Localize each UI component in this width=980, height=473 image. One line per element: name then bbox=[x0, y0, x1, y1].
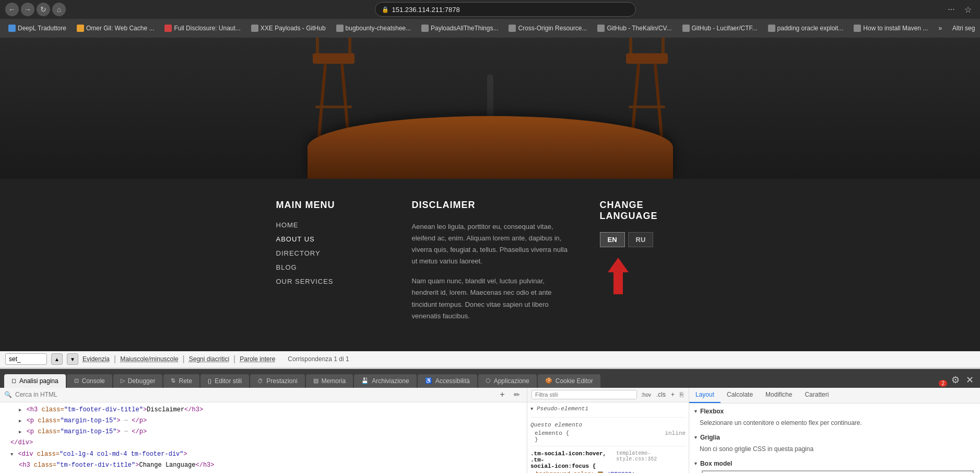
bookmark-payloads[interactable]: PayloadsAllTheThings... bbox=[417, 24, 502, 33]
forward-button[interactable]: → bbox=[21, 3, 34, 16]
lang-btn-ru[interactable]: RU bbox=[628, 232, 654, 247]
footer-menu-home[interactable]: HOME bbox=[276, 221, 381, 229]
devtools-tab-console[interactable]: ⊡ Console bbox=[67, 374, 112, 388]
bookmark-label: Cross-Origin Resource... bbox=[518, 25, 587, 32]
maven-icon bbox=[854, 25, 861, 32]
footer-menu-blog[interactable]: BLOG bbox=[276, 263, 381, 271]
omer-icon bbox=[77, 25, 84, 32]
bookmark-kalin[interactable]: GitHub - TheKalin/CV... bbox=[593, 24, 676, 33]
layout-tab-modifiche[interactable]: Modifiche bbox=[759, 388, 798, 403]
devtools-tab-rete[interactable]: ⇅ Rete bbox=[163, 374, 199, 388]
bookmark-label: Altri seg bbox=[952, 25, 975, 32]
devtools-tab-editorstili[interactable]: {} Editor stili bbox=[200, 374, 249, 388]
devtools-panel: ◻ Analisi pagina ⊡ Console ▷ Debugger ⇅ … bbox=[0, 368, 980, 473]
bookmark-omer[interactable]: Omer Gil: Web Cache ... bbox=[73, 24, 158, 33]
html-line[interactable]: ▼ <div class="tm-social-icons-container"… bbox=[0, 471, 527, 473]
html-search-input[interactable] bbox=[15, 391, 493, 398]
lucifaer-icon bbox=[682, 25, 690, 32]
bookmark-more[interactable]: » bbox=[934, 24, 946, 33]
prestazioni-icon: ⏱ bbox=[257, 378, 263, 384]
devtools-tab-debugger[interactable]: ▷ Debugger bbox=[113, 374, 163, 388]
add-rule-btn[interactable]: + bbox=[670, 390, 676, 399]
find-up-btn[interactable]: ▲ bbox=[51, 353, 63, 365]
tab-editorstili-label: Editor stili bbox=[215, 377, 242, 385]
devtools-tab-memoria[interactable]: ▤ Memoria bbox=[306, 374, 353, 388]
red-arrow-container bbox=[605, 258, 631, 294]
bar-counter bbox=[308, 116, 673, 179]
html-line[interactable]: ▶ <h3 class="tm-footer-div-title">Discla… bbox=[0, 405, 527, 416]
styles-filter-input[interactable] bbox=[532, 390, 637, 399]
styles-content: ▼ Pseudo-elementi Questo elemento elemen… bbox=[527, 402, 689, 473]
find-evidenzia[interactable]: Evidenzia bbox=[82, 355, 110, 363]
layout-tab-layout[interactable]: Layout bbox=[689, 388, 721, 403]
reload-button[interactable]: ↻ bbox=[37, 3, 50, 16]
footer-language-col: Change Language EN RU bbox=[600, 200, 704, 330]
bookmark-label: » bbox=[938, 25, 942, 32]
menu-button[interactable]: ··· bbox=[944, 3, 958, 16]
copy-styles-btn[interactable]: ⎘ bbox=[679, 390, 684, 399]
bookmark-maven[interactable]: How to install Maven ... bbox=[849, 24, 932, 33]
bookmark-altri[interactable]: Altri seg bbox=[948, 24, 979, 33]
devtools-tabs: ◻ Analisi pagina ⊡ Console ▷ Debugger ⇅ … bbox=[0, 369, 980, 388]
layout-tab-calcolate[interactable]: Calcolate bbox=[721, 388, 759, 403]
devtools-settings-btn[interactable]: ⚙ bbox=[949, 373, 962, 387]
bookmark-label: GitHub - Lucifaer/CTF... bbox=[692, 25, 758, 32]
bookmark-label: padding oracle exploit... bbox=[777, 25, 844, 32]
find-input[interactable] bbox=[5, 353, 47, 365]
bookmark-padding[interactable]: padding oracle exploit... bbox=[764, 24, 848, 33]
flexbox-section-header[interactable]: ▼ Flexbox bbox=[693, 408, 976, 415]
bookmark-lucifaer[interactable]: GitHub - Lucifaer/CTF... bbox=[678, 24, 762, 33]
devtools-tab-cookieeditor[interactable]: 🍪 Cookie Editor bbox=[538, 374, 600, 388]
layout-content: ▼ Flexbox Selezionare un contenitore o e… bbox=[689, 403, 980, 473]
html-line[interactable]: </div> bbox=[0, 437, 527, 448]
find-down-btn[interactable]: ▼ bbox=[67, 353, 78, 365]
devtools-close-btn[interactable]: ✕ bbox=[964, 373, 976, 387]
deepl-icon bbox=[8, 25, 16, 32]
devtools-tab-applicazione[interactable]: ⬡ Applicazione bbox=[478, 374, 537, 388]
tab-applicazione-label: Applicazione bbox=[494, 377, 529, 385]
questo-section-header[interactable]: Questo elemento bbox=[530, 422, 686, 428]
html-edit-btn[interactable]: ✏ bbox=[511, 389, 523, 400]
layout-tab-caratteri[interactable]: Caratteri bbox=[798, 388, 835, 403]
bookmark-label: PayloadsAllTheThings... bbox=[431, 25, 498, 32]
find-segni[interactable]: Segni diacritici bbox=[189, 355, 229, 363]
find-maiuscole[interactable]: Maiuscole/minuscole bbox=[120, 355, 178, 363]
payloads-icon bbox=[421, 25, 429, 32]
tab-prestazioni-label: Prestazioni bbox=[266, 377, 297, 385]
address-bar[interactable]: 🔒 151.236.114.211:7878 bbox=[375, 2, 636, 17]
footer-disclaimer-title: Disclaimer bbox=[412, 200, 569, 211]
footer-menu-col: MAIN MENU HOME ABOUT US DIRECTORY BLOG O… bbox=[276, 200, 381, 330]
devtools-tab-prestazioni[interactable]: ⏱ Prestazioni bbox=[250, 374, 304, 388]
bookmark-button[interactable]: ☆ bbox=[961, 3, 975, 16]
devtools-tab-archiviazione[interactable]: 💾 Archiviazione bbox=[354, 374, 416, 388]
layout-tabs: Layout Calcolate Modifiche Caratteri bbox=[689, 388, 980, 403]
footer-menu-aboutus[interactable]: ABOUT US bbox=[276, 235, 381, 243]
footer-menu-services[interactable]: OUR SERVICES bbox=[276, 278, 381, 285]
bookmark-deepl[interactable]: DeepL Traduttore bbox=[4, 24, 70, 33]
devtools-tab-accessibilita[interactable]: ♿ Accessibilità bbox=[418, 374, 477, 388]
html-panel: 🔍 + ✏ ▶ <h3 class="tm-footer-div-title">… bbox=[0, 388, 527, 473]
back-button[interactable]: ← bbox=[5, 3, 19, 16]
pseudo-states-btn[interactable]: :hov bbox=[640, 391, 652, 399]
html-line[interactable]: ▼ <div class="col-lg-4 col-md-4 tm-foote… bbox=[0, 449, 527, 460]
devtools-tab-analisi[interactable]: ◻ Analisi pagina bbox=[4, 374, 66, 388]
bookmark-xxe[interactable]: XXE Payloads - GitHub bbox=[247, 24, 330, 33]
pseudo-section-label: Pseudo-elementi bbox=[537, 406, 588, 412]
kalin-icon bbox=[597, 25, 605, 32]
arrow-shaft bbox=[613, 271, 623, 294]
home-button[interactable]: ⌂ bbox=[52, 3, 66, 16]
html-line[interactable]: ▶ <p class="margin-top-15"> ⋯ </p> bbox=[0, 426, 527, 437]
html-line[interactable]: <h3 class="tm-footer-div-title">Change L… bbox=[0, 460, 527, 471]
pseudo-section-header[interactable]: ▼ Pseudo-elementi bbox=[530, 406, 686, 412]
bookmark-bugbounty[interactable]: bugbounty-cheatshee... bbox=[332, 24, 415, 33]
bookmark-fulldisclosure[interactable]: Full Disclosure: Unaut... bbox=[160, 24, 244, 33]
html-line[interactable]: ▶ <p class="margin-top-15"> ⋯ </p> bbox=[0, 416, 527, 426]
lang-btn-en[interactable]: EN bbox=[600, 232, 625, 247]
footer-menu-directory[interactable]: DIRECTORY bbox=[276, 249, 381, 257]
cls-btn[interactable]: .cls bbox=[655, 390, 667, 399]
griglia-section-header[interactable]: ▼ Griglia bbox=[693, 434, 976, 441]
bookmark-cors[interactable]: Cross-Origin Resource... bbox=[504, 24, 591, 33]
find-parole[interactable]: Parole intere bbox=[240, 355, 275, 363]
html-add-node-btn[interactable]: + bbox=[497, 389, 508, 400]
boxmodel-section-header[interactable]: ▼ Box model bbox=[693, 460, 976, 467]
